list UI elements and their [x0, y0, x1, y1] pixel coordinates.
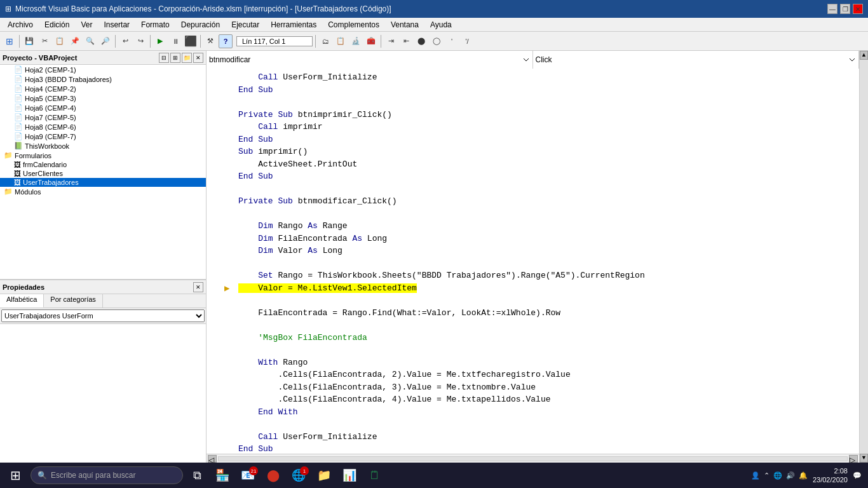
minimize-button[interactable]: — [827, 4, 837, 14]
menu-ventana[interactable]: Ventana [386, 19, 424, 30]
menu-formato[interactable]: Formato [136, 19, 175, 30]
code-line: .Cells(FilaEncontrada, 4).Value = Me.txt… [238, 393, 857, 406]
tree-item[interactable]: 📁Módulos [0, 187, 206, 196]
code-vscrollbar[interactable]: ▲ ▼ [859, 51, 868, 463]
menu-complementos[interactable]: Complementos [323, 19, 384, 30]
taskbar-office-app[interactable]: ⬤ [262, 464, 285, 487]
tree-item[interactable]: 🖼UserTrabajadores [0, 178, 206, 187]
project-folder-btn[interactable]: 📁 [182, 53, 192, 63]
taskbar-clock: 2:08 23/02/2020 [813, 466, 848, 485]
tree-item[interactable]: 📄Hoja2 (CEMP-1) [0, 65, 206, 74]
notification-icon[interactable]: 🔔 [799, 471, 808, 480]
paste-button[interactable]: 📌 [68, 34, 82, 48]
scroll-down-btn[interactable]: ▼ [860, 454, 868, 463]
clear-breakpoints-btn[interactable]: ◯ [430, 34, 444, 48]
code-line [238, 319, 857, 332]
code-editor[interactable]: Call UserForm_InitializeEnd Sub Private … [207, 69, 859, 454]
scroll-right-btn[interactable]: ▷ [849, 455, 858, 463]
toolbox-btn[interactable]: 🧰 [364, 34, 378, 48]
menu-ejecutar[interactable]: Ejecutar [226, 19, 264, 30]
find-button[interactable]: 🔍 [83, 34, 97, 48]
menu-depuracion[interactable]: Depuración [176, 19, 225, 30]
taskbar-mail-app[interactable]: 📧21 [236, 464, 259, 487]
people-icon: 👤 [751, 471, 760, 480]
properties-btn[interactable]: 📋 [334, 34, 348, 48]
tree-item[interactable]: 📄Hoja9 (CEMP-7) [0, 132, 206, 141]
menu-ver[interactable]: Ver [76, 19, 97, 30]
copy-button[interactable]: 📋 [53, 34, 67, 48]
event-dropdown[interactable]: Click [533, 51, 860, 69]
indent-btn[interactable]: ⇥ [384, 34, 398, 48]
tree-item[interactable]: 📗ThisWorkbook [0, 141, 206, 151]
tree-item[interactable]: 📄Hoja3 (BBDD Trabajadores) [0, 74, 206, 84]
start-button[interactable]: ⊞ [3, 464, 28, 487]
tree-item[interactable]: 📁Formularios [0, 151, 206, 160]
chevron-up-icon[interactable]: ⌃ [764, 471, 770, 480]
menu-edicion[interactable]: Edición [39, 19, 74, 30]
taskview-btn[interactable]: ⧉ [186, 464, 208, 487]
stop-button[interactable]: ⬛ [184, 34, 198, 48]
project-view-toggle1[interactable]: ⊟ [159, 53, 169, 63]
menu-ayuda[interactable]: Ayuda [425, 19, 457, 30]
close-button[interactable]: ✕ [853, 4, 863, 14]
project-view-toggle2[interactable]: ⊞ [170, 53, 180, 63]
code-hscrollbar[interactable]: ◁ ▷ [207, 454, 859, 463]
project-explorer-btn[interactable]: 🗂 [318, 34, 332, 48]
menu-insertar[interactable]: Insertar [98, 19, 135, 30]
scroll-left-btn[interactable]: ◁ [208, 455, 217, 463]
tree-item[interactable]: 📄Hoja4 (CEMP-2) [0, 84, 206, 93]
tab-por-categorias[interactable]: Por categorías [44, 294, 103, 308]
taskbar-excel-app[interactable]: 📊 [338, 464, 361, 487]
tree-item[interactable]: 🖼frmCalendario [0, 160, 206, 169]
notification-center-icon[interactable]: 💬 [853, 471, 862, 480]
scroll-up-btn[interactable]: ▲ [860, 51, 868, 60]
taskbar-search[interactable]: 🔍 Escribe aquí para buscar [31, 466, 183, 484]
vscroll-track[interactable] [860, 60, 868, 454]
tree-item-label: Hoja7 (CEMP-5) [25, 114, 76, 121]
toggle-breakpoint-btn[interactable]: ⬤ [414, 34, 428, 48]
design-button[interactable]: ⚒ [203, 34, 217, 48]
taskbar-store-app[interactable]: 🏪 [211, 464, 234, 487]
tree-item[interactable]: 📄Hoja5 (CEMP-3) [0, 93, 206, 103]
tree-item-label: ThisWorkbook [25, 142, 69, 150]
properties-content [0, 324, 206, 463]
tree-item[interactable]: 📄Hoja7 (CEMP-5) [0, 112, 206, 122]
hscroll-track[interactable] [218, 456, 848, 461]
code-location: Lín 117, Col 1 [236, 36, 313, 46]
main-layout: Proyecto - VBAProject ⊟ ⊞ 📁 ✕ 📄Hoja2 (CE… [0, 51, 868, 463]
find2-button[interactable]: 🔎 [98, 34, 112, 48]
object-browser-btn[interactable]: 🔬 [349, 34, 363, 48]
pause-button[interactable]: ⏸ [168, 34, 182, 48]
object-dropdown[interactable]: btnmodificar [207, 51, 533, 69]
window-title: Microsoft Visual Basic para Aplicaciones… [15, 4, 391, 13]
cut-button[interactable]: ✂ [37, 34, 51, 48]
outdent-btn[interactable]: ⇤ [399, 34, 413, 48]
menu-herramientas[interactable]: Herramientas [266, 19, 322, 30]
search-icon: 🔍 [37, 471, 47, 480]
tab-alfabetica[interactable]: Alfabética [0, 294, 44, 308]
taskbar-chrome-app[interactable]: 🌐 1 [287, 464, 310, 487]
tree-item-label: Módulos [15, 188, 41, 196]
sep2 [115, 35, 116, 48]
menu-archivo[interactable]: Archivo [3, 19, 38, 30]
taskbar-folder-app[interactable]: 📁 [313, 464, 336, 487]
title-bar: ⊞ Microsoft Visual Basic para Aplicacion… [0, 0, 868, 18]
undo-button[interactable]: ↩ [118, 34, 132, 48]
project-close-btn[interactable]: ✕ [193, 53, 203, 63]
tree-item[interactable]: 📄Hoja8 (CEMP-6) [0, 122, 206, 132]
comment-btn[interactable]: ' [445, 34, 459, 48]
help-button[interactable]: ? [219, 34, 233, 48]
restore-button[interactable]: ❐ [840, 4, 850, 14]
redo-button[interactable]: ↪ [133, 34, 147, 48]
properties-object-dropdown[interactable]: UserTrabajadores UserForm [1, 309, 205, 322]
run-button[interactable]: ▶ [153, 34, 167, 48]
taskbar-time-display: 2:08 [813, 466, 848, 475]
tree-item[interactable]: 📄Hoja6 (CEMP-4) [0, 103, 206, 112]
properties-panel: Propiedades ✕ Alfabética Por categorías … [0, 280, 206, 463]
code-line [238, 96, 857, 109]
taskbar-excel2-app[interactable]: 🗒 [363, 464, 386, 487]
tree-item[interactable]: 🖼UserClientes [0, 169, 206, 178]
save-button[interactable]: 💾 [22, 34, 36, 48]
uncomment-btn[interactable]: '/ [460, 34, 474, 48]
properties-close-btn[interactable]: ✕ [193, 282, 203, 292]
